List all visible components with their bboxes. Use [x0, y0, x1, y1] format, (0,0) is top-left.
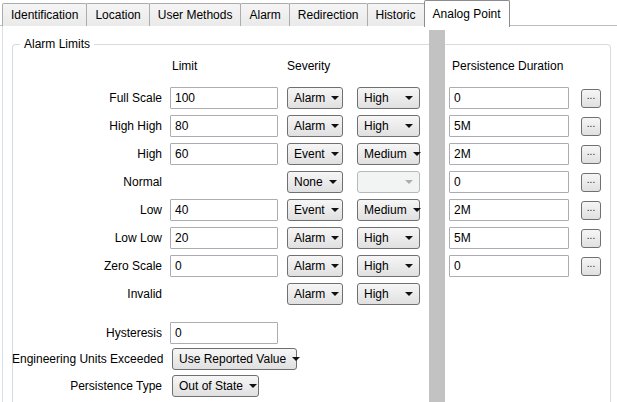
severity-combo-value: None: [294, 175, 323, 189]
persistence-input[interactable]: [449, 227, 569, 249]
severity-combo[interactable]: Event: [287, 199, 343, 221]
dropdown-arrow-icon: [405, 236, 413, 240]
browse-button[interactable]: ...: [581, 201, 601, 220]
persistence-input[interactable]: [449, 115, 569, 137]
severity-column-header: Severity: [287, 59, 330, 73]
group-title: Alarm Limits: [20, 37, 94, 51]
browse-button[interactable]: ...: [581, 89, 601, 108]
limit-input[interactable]: [170, 87, 278, 109]
tab-label: Location: [95, 8, 140, 22]
limit-input[interactable]: [170, 227, 278, 249]
dropdown-arrow-icon: [405, 124, 413, 128]
severity-combo-value: Alarm: [294, 91, 325, 105]
browse-button[interactable]: ...: [581, 145, 601, 164]
limit-input[interactable]: [170, 143, 278, 165]
browse-button-label: ...: [587, 149, 595, 155]
tab-bar: Identification Location User Methods Ala…: [2, 0, 617, 27]
dropdown-arrow-icon: [413, 152, 421, 156]
tab-pane-border: [2, 26, 3, 402]
priority-combo[interactable]: High: [357, 255, 420, 277]
dropdown-arrow-icon: [292, 357, 300, 361]
severity-combo[interactable]: Alarm: [287, 87, 343, 109]
row-label: Normal: [12, 175, 162, 189]
priority-combo[interactable]: High: [357, 87, 420, 109]
priority-combo-value: High: [364, 287, 389, 301]
alarm-limit-row: High Event Medium ...: [12, 140, 617, 168]
priority-combo[interactable]: [357, 171, 420, 193]
row-label: High High: [12, 119, 162, 133]
persistence-type-combo[interactable]: Out of State: [172, 375, 259, 397]
browse-button[interactable]: ...: [581, 173, 601, 192]
tab-label: Analog Point: [433, 7, 501, 21]
dropdown-arrow-icon: [405, 180, 413, 184]
tab-identification[interactable]: Identification: [2, 3, 87, 26]
persistence-input[interactable]: [449, 87, 569, 109]
severity-combo[interactable]: Event: [287, 143, 343, 165]
priority-combo-value: High: [364, 119, 389, 133]
severity-combo-value: Alarm: [294, 287, 325, 301]
severity-combo[interactable]: Alarm: [287, 227, 343, 249]
alarm-limit-row: Zero Scale Alarm High ...: [12, 252, 617, 280]
severity-combo[interactable]: Alarm: [287, 283, 343, 305]
priority-combo[interactable]: Medium: [357, 143, 420, 165]
analog-point-tab-page: Identification Location User Methods Ala…: [0, 0, 617, 402]
persistence-type-row: Persistence Type Out of State: [12, 372, 259, 400]
dropdown-arrow-icon: [331, 124, 339, 128]
limit-input[interactable]: [170, 199, 278, 221]
tab-label: User Methods: [158, 8, 233, 22]
persistence-input[interactable]: [449, 199, 569, 221]
tab-label: Redirection: [298, 8, 359, 22]
engineering-units-exceeded-combo[interactable]: Use Reported Value: [172, 348, 297, 370]
severity-combo-value: Event: [294, 147, 325, 161]
alarm-limit-row: High High Alarm High ...: [12, 112, 617, 140]
tab-location[interactable]: Location: [86, 3, 149, 26]
tab-historic[interactable]: Historic: [367, 3, 425, 26]
splitter-bar[interactable]: [429, 30, 445, 402]
hysteresis-input[interactable]: [170, 322, 278, 344]
persistence-input[interactable]: [449, 255, 569, 277]
browse-button[interactable]: ...: [581, 229, 601, 248]
severity-combo[interactable]: Alarm: [287, 115, 343, 137]
persistence-duration-column-header: Persistence Duration: [452, 59, 563, 73]
dropdown-arrow-icon: [329, 180, 337, 184]
browse-button[interactable]: ...: [581, 257, 601, 276]
priority-combo[interactable]: Medium: [357, 199, 420, 221]
tab-alarm[interactable]: Alarm: [240, 3, 289, 26]
alarm-limit-row: Normal None ...: [12, 168, 617, 196]
priority-combo[interactable]: High: [357, 115, 420, 137]
limit-input[interactable]: [170, 255, 278, 277]
severity-combo[interactable]: Alarm: [287, 255, 343, 277]
dropdown-arrow-icon: [405, 96, 413, 100]
persistence-type-value: Out of State: [179, 379, 243, 393]
priority-combo[interactable]: High: [357, 283, 420, 305]
browse-button-label: ...: [587, 233, 595, 239]
browse-button-label: ...: [587, 93, 595, 99]
alarm-limit-row: Full Scale Alarm High ...: [12, 84, 617, 112]
severity-combo[interactable]: None: [287, 171, 343, 193]
hysteresis-row: Hysteresis: [12, 319, 278, 347]
dropdown-arrow-icon: [331, 152, 339, 156]
alarm-limit-row: Low Low Alarm High ...: [12, 224, 617, 252]
dropdown-arrow-icon: [413, 208, 421, 212]
tab-analog-point[interactable]: Analog Point: [424, 0, 510, 27]
limit-input[interactable]: [170, 115, 278, 137]
dropdown-arrow-icon: [249, 384, 257, 388]
tab-redirection[interactable]: Redirection: [289, 3, 368, 26]
persistence-input[interactable]: [449, 143, 569, 165]
browse-button-label: ...: [587, 261, 595, 267]
alarm-limit-row: Low Event Medium ...: [12, 196, 617, 224]
hysteresis-label: Hysteresis: [12, 326, 162, 340]
dropdown-arrow-icon: [331, 264, 339, 268]
priority-combo-value: Medium: [364, 147, 407, 161]
row-label: Low: [12, 203, 162, 217]
persistence-input[interactable]: [449, 171, 569, 193]
dropdown-arrow-icon: [331, 292, 339, 296]
priority-combo[interactable]: High: [357, 227, 420, 249]
severity-combo-value: Alarm: [294, 119, 325, 133]
tab-label: Historic: [376, 8, 416, 22]
row-label: High: [12, 147, 162, 161]
alarm-limit-row: Invalid Alarm High ...: [12, 280, 617, 308]
browse-button[interactable]: ...: [581, 117, 601, 136]
tab-user-methods[interactable]: User Methods: [149, 3, 242, 26]
severity-combo-value: Alarm: [294, 259, 325, 273]
